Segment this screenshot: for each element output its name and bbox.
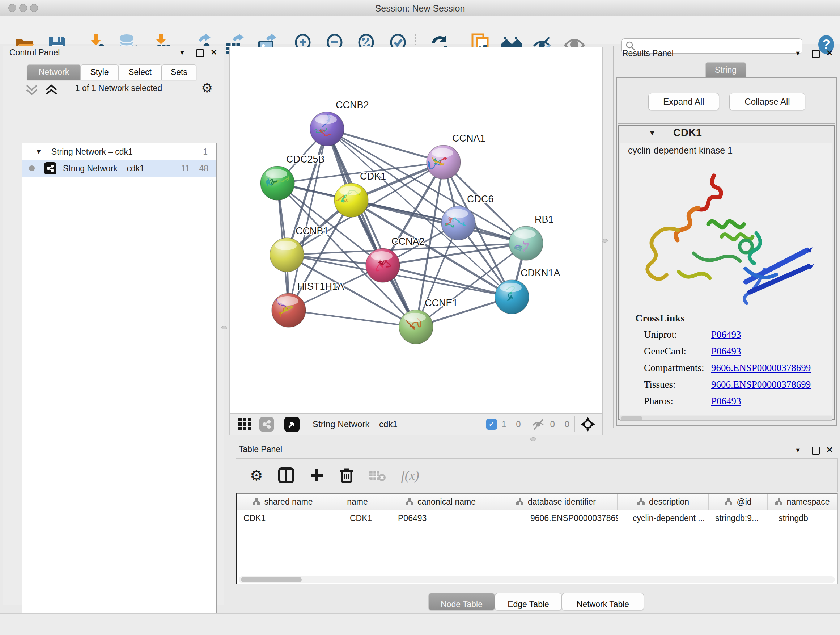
- network-node-label: CDK1: [360, 171, 386, 182]
- network-node[interactable]: [272, 293, 306, 327]
- network-view-share-icon[interactable]: [259, 417, 274, 432]
- network-node[interactable]: [426, 145, 461, 179]
- delete-table-icon: [369, 469, 386, 482]
- hidden-counter: 0 – 0: [550, 419, 569, 429]
- selected-checkbox-icon[interactable]: ✓: [486, 419, 497, 430]
- network-node-count: 11: [181, 164, 190, 173]
- hierarchy-icon: [775, 498, 783, 506]
- column-header[interactable]: name: [328, 494, 387, 510]
- add-column-icon[interactable]: [309, 468, 325, 483]
- tab-network[interactable]: Network: [27, 65, 81, 80]
- node-table[interactable]: shared name name canonical name database…: [236, 493, 838, 584]
- panel-collapse-icon[interactable]: ▾: [180, 48, 184, 57]
- network-node[interactable]: [334, 183, 368, 217]
- column-header[interactable]: description: [617, 494, 709, 510]
- fit-selected-crosshair-icon[interactable]: [580, 416, 596, 432]
- gene-name: CDK1: [673, 127, 702, 139]
- hierarchy-icon: [405, 498, 414, 506]
- network-graph[interactable]: CCNB2CCNA1CDC25BCDK1CDC6RB1CCNB1CCNA2CDK…: [230, 48, 603, 414]
- tab-network-table[interactable]: Network Table: [562, 593, 644, 610]
- hierarchy-icon: [515, 498, 524, 506]
- crosslink-label: GeneCard:: [644, 346, 686, 357]
- grid-view-icon[interactable]: [238, 417, 252, 432]
- panel-close-icon[interactable]: ✕: [826, 445, 833, 455]
- delete-column-trash-icon[interactable]: [340, 467, 354, 483]
- crosslink-value[interactable]: P06493: [711, 346, 741, 357]
- network-node[interactable]: [509, 226, 543, 260]
- panel-close-icon[interactable]: ✕: [210, 48, 217, 57]
- network-node[interactable]: [495, 280, 529, 314]
- gene-details: cyclin-dependent kinase 1 CrossLinks Uni…: [620, 143, 832, 415]
- tree-expand-icon[interactable]: ▼: [35, 148, 42, 156]
- network-node-label: CDKN1A: [521, 268, 561, 279]
- network-node[interactable]: [270, 238, 304, 272]
- crosslink-value[interactable]: 9606.ENSP00000378699: [711, 379, 811, 390]
- section-collapse-icon[interactable]: ▼: [649, 129, 656, 137]
- protein-structure-image: [635, 160, 819, 309]
- network-node[interactable]: [261, 166, 294, 200]
- tab-style[interactable]: Style: [81, 65, 118, 80]
- network-collection-row[interactable]: ▼ String Network – cdk1 1: [22, 143, 216, 160]
- panel-close-icon[interactable]: ✕: [826, 49, 833, 58]
- bottom-splitter-grip[interactable]: [531, 437, 536, 441]
- tab-string[interactable]: String: [706, 62, 746, 78]
- collapse-all-button[interactable]: Collapse All: [729, 93, 805, 111]
- network-options-gear-icon[interactable]: ⚙: [201, 80, 213, 95]
- main-toolbar: ?: [0, 16, 840, 44]
- expand-collapse-box: Expand All Collapse All: [617, 80, 835, 124]
- column-header[interactable]: database identifier: [494, 494, 617, 510]
- hierarchy-icon: [724, 498, 733, 506]
- network-edge[interactable]: [289, 310, 416, 327]
- network-edge[interactable]: [351, 200, 526, 243]
- table-hscrollbar-thumb[interactable]: [241, 577, 302, 582]
- network-canvas[interactable]: CCNB2CCNA1CDC25BCDK1CDC6RB1CCNB1CCNA2CDK…: [229, 47, 603, 413]
- expand-all-button[interactable]: Expand All: [648, 93, 719, 111]
- crosslink-label: Tissues:: [644, 379, 676, 390]
- left-splitter-grip[interactable]: [221, 326, 227, 329]
- network-node-label: HIST1H1A: [297, 281, 344, 292]
- network-node-label: CCNB2: [336, 100, 369, 111]
- tab-edge-table[interactable]: Edge Table: [495, 593, 562, 610]
- network-type-icon: [44, 162, 57, 174]
- table-row[interactable]: CDK1 CDK1 P06493 9606.ENSP00000378699 cy…: [237, 510, 837, 526]
- tab-node-table[interactable]: Node Table: [428, 593, 495, 610]
- network-node[interactable]: [366, 249, 400, 282]
- table-options-gear-icon[interactable]: ⚙: [250, 467, 263, 484]
- network-edge[interactable]: [327, 129, 416, 327]
- panel-divider[interactable]: [613, 46, 614, 428]
- network-node[interactable]: [441, 206, 475, 240]
- network-edge[interactable]: [327, 129, 444, 162]
- network-node-label: CDC25B: [286, 154, 325, 165]
- tab-select[interactable]: Select: [118, 65, 162, 80]
- panel-float-icon[interactable]: [812, 447, 820, 455]
- crosslink-value[interactable]: P06493: [711, 329, 741, 340]
- panel-collapse-icon[interactable]: ▾: [796, 49, 800, 58]
- control-panel-title: Control Panel: [9, 48, 60, 57]
- column-header[interactable]: shared name: [237, 494, 328, 510]
- column-header[interactable]: @id: [709, 494, 767, 510]
- crosslink-label: Uniprot:: [644, 329, 677, 340]
- network-node-label: CCNE1: [425, 298, 458, 309]
- column-header[interactable]: canonical name: [387, 494, 494, 510]
- network-node[interactable]: [399, 310, 433, 344]
- panel-float-icon[interactable]: [812, 50, 820, 58]
- results-hscrollbar[interactable]: [620, 416, 832, 421]
- right-splitter-grip[interactable]: [602, 239, 608, 242]
- crosslink-value[interactable]: 9606.ENSP00000378699: [711, 363, 811, 374]
- network-view-toolbar: String Network – cdk1 ✓ 1 – 0 0 – 0: [229, 413, 603, 435]
- table-hscrollbar[interactable]: [239, 576, 835, 583]
- network-row[interactable]: String Network – cdk1 11 48: [22, 160, 216, 177]
- expand-all-chevron-icon[interactable]: [24, 83, 40, 96]
- column-header[interactable]: namespace: [767, 494, 836, 510]
- tab-sets[interactable]: Sets: [162, 65, 196, 80]
- panel-float-icon[interactable]: [196, 49, 204, 57]
- crosslink-value[interactable]: P06493: [711, 396, 741, 407]
- panel-collapse-icon[interactable]: ▾: [796, 445, 800, 455]
- show-columns-icon[interactable]: [278, 467, 294, 483]
- network-node[interactable]: [310, 112, 344, 146]
- table-header-row: shared name name canonical name database…: [237, 494, 837, 510]
- collapse-all-chevron-icon[interactable]: [43, 83, 59, 96]
- control-panel: Control Panel ▾ ✕ Network Style Select S…: [3, 46, 224, 605]
- current-network-dot: [29, 165, 35, 171]
- birds-eye-view-icon[interactable]: [284, 417, 300, 432]
